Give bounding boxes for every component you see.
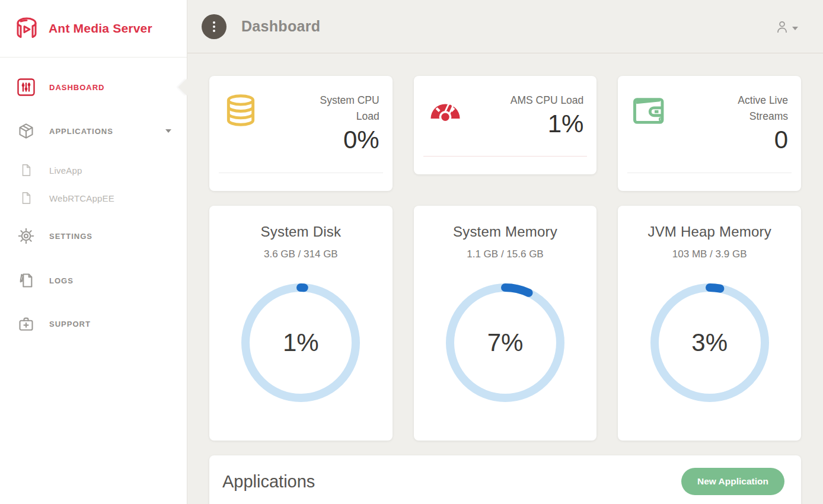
donut-percent-label: 1%: [240, 282, 362, 404]
sidebar-item-support[interactable]: SUPPORT: [0, 310, 187, 337]
gauge-subtitle: 3.6 GB / 314 GB: [209, 248, 393, 260]
gauge-title: System Memory: [414, 224, 597, 240]
log-document-icon: [17, 272, 36, 289]
sidebar-nav: DASHBOARD APPLICATIONS: [0, 58, 187, 337]
new-application-button[interactable]: New Application: [681, 468, 784, 495]
sidebar-item-label: WebRTCAppEE: [49, 193, 114, 203]
chevron-down-icon: [165, 129, 171, 133]
sidebar-item-settings[interactable]: SETTINGS: [0, 222, 187, 250]
sidebar-item-label: SUPPORT: [49, 320, 91, 328]
sidebar-item-label: LiveApp: [49, 165, 82, 176]
user-icon: [774, 19, 790, 34]
stat-card-active-streams: Active Live Streams 0: [618, 76, 801, 191]
sidebar-item-liveapp[interactable]: LiveApp: [0, 159, 187, 181]
sidebar-item-label: APPLICATIONS: [49, 127, 113, 136]
donut-chart: 1%: [240, 282, 362, 404]
applications-title: Applications: [222, 466, 315, 497]
first-aid-kit-icon: [17, 315, 36, 332]
app-window: Ant Media Server DASHBOARD: [0, 0, 823, 504]
brand-name: Ant Media Server: [49, 21, 152, 36]
sidebar: Ant Media Server DASHBOARD: [0, 0, 187, 504]
stat-cards-row: System CPU Load 0%: [209, 76, 801, 191]
stat-value: 0: [714, 126, 788, 154]
database-icon: [222, 92, 259, 174]
card-divider: [219, 173, 383, 173]
page-title: Dashboard: [241, 18, 320, 35]
file-icon: [17, 192, 36, 205]
gauge-card-system-memory: System Memory 1.1 GB / 15.6 GB 7%: [414, 206, 597, 441]
card-divider: [627, 173, 792, 173]
gauge-subtitle: 1.1 GB / 15.6 GB: [414, 248, 597, 260]
gauge-subtitle: 103 MB / 3.9 GB: [618, 248, 801, 260]
applications-panel: Applications New Application: [209, 455, 801, 504]
gauge-title: JVM Heap Memory: [618, 224, 801, 240]
dashboard-content: System CPU Load 0%: [187, 53, 823, 504]
gauge-card-jvm-heap: JVM Heap Memory 103 MB / 3.9 GB 3%: [618, 206, 801, 441]
sidebar-item-dashboard[interactable]: DASHBOARD: [0, 74, 187, 101]
sidebar-item-webrtcappee[interactable]: WebRTCAppEE: [0, 187, 187, 209]
file-icon: [17, 164, 36, 177]
gear-icon: [17, 228, 36, 244]
caret-down-icon: [792, 27, 798, 30]
gauge-card-system-disk: System Disk 3.6 GB / 314 GB 1%: [209, 206, 393, 441]
sidebar-item-label: DASHBOARD: [49, 83, 105, 92]
dashboard-sliders-icon: [17, 78, 36, 97]
gauge-cards-row: System Disk 3.6 GB / 314 GB 1% System Me…: [209, 206, 801, 441]
stat-title: System CPU Load: [305, 92, 379, 125]
user-menu[interactable]: [774, 19, 798, 34]
donut-percent-label: 7%: [444, 282, 566, 404]
donut-chart: 7%: [444, 282, 566, 404]
wallet-icon: [631, 92, 668, 174]
gauge-title: System Disk: [209, 224, 393, 240]
stat-title: AMS CPU Load: [511, 92, 584, 109]
gauge-icon: [427, 92, 464, 158]
topbar: Dashboard: [187, 0, 823, 53]
stat-value: 0%: [305, 126, 379, 154]
main-area: Dashboard: [187, 0, 823, 504]
donut-percent-label: 3%: [649, 282, 771, 404]
card-divider: [423, 156, 588, 157]
stat-value: 1%: [511, 110, 584, 138]
menu-kebab-button[interactable]: [202, 14, 227, 39]
sidebar-item-applications[interactable]: APPLICATIONS: [0, 117, 187, 145]
sidebar-item-logs[interactable]: LOGS: [0, 267, 187, 294]
package-box-icon: [17, 123, 36, 139]
stat-title: Active Live Streams: [714, 92, 788, 125]
stat-card-system-cpu: System CPU Load 0%: [209, 76, 393, 191]
donut-chart: 3%: [649, 282, 771, 404]
ant-media-logo-icon: [13, 16, 40, 41]
brand[interactable]: Ant Media Server: [0, 0, 187, 58]
sidebar-item-label: SETTINGS: [49, 232, 92, 241]
stat-card-ams-cpu: AMS CPU Load 1%: [414, 76, 597, 174]
sidebar-item-label: LOGS: [49, 276, 74, 285]
